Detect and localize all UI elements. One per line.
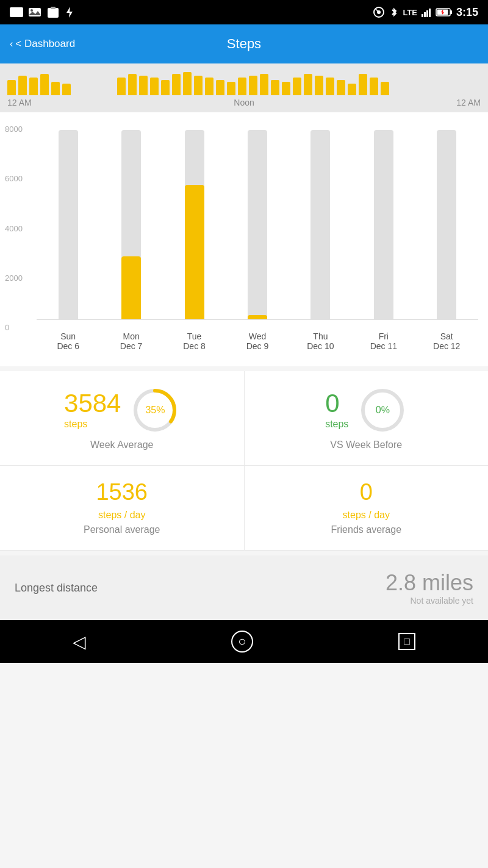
status-bar: LTE 3:15	[0, 0, 488, 24]
bar-group: TueDec 8	[185, 124, 204, 319]
bar-day: Tue	[170, 331, 219, 341]
bar-fill	[121, 256, 141, 319]
svg-rect-12	[429, 9, 431, 17]
vs-week-inner: 0 steps 0%	[325, 386, 407, 435]
timeline-bar	[51, 82, 60, 95]
bar-track	[248, 130, 267, 319]
bar-label: SatDec 12	[422, 331, 471, 351]
page-title: Steps	[227, 36, 261, 52]
back-chevron: ‹	[10, 38, 13, 49]
nav-recent-button[interactable]: □	[398, 633, 415, 650]
bar-fill	[185, 185, 204, 319]
longest-distance-section: Longest distance 2.8 miles Not available…	[0, 555, 488, 620]
bar-day: Sun	[44, 331, 93, 341]
bar-label: TueDec 8	[170, 331, 219, 351]
timeline-bar	[216, 80, 224, 95]
bar-date: Dec 9	[233, 341, 282, 351]
vs-week-circle: 0%	[358, 386, 407, 435]
longest-distance-value: 2.8 miles	[386, 570, 473, 596]
vs-week-label: VS Week Before	[330, 439, 402, 450]
status-right-icons: LTE 3:15	[372, 6, 478, 19]
timeline-bar	[128, 74, 137, 95]
timeline-labels: 12 AM Noon 12 AM	[0, 98, 488, 107]
bar-group: FriDec 11	[374, 124, 393, 319]
bar-date: Dec 8	[170, 341, 219, 351]
wifi-circle-icon	[372, 7, 386, 18]
timeline-bar	[117, 78, 126, 95]
timeline-bar	[7, 80, 16, 95]
bar-date: Dec 10	[296, 341, 345, 351]
friends-average-cell: 0 steps / day Friends average	[245, 466, 489, 550]
svg-rect-10	[424, 12, 426, 17]
bar-track	[374, 130, 393, 319]
timeline-bar	[194, 76, 203, 95]
nav-home-button[interactable]: ○	[231, 631, 253, 653]
back-button[interactable]: ‹ < Dashboard	[10, 38, 75, 50]
bar-day: Sat	[422, 331, 471, 341]
timeline-label-right: 12 AM	[456, 98, 481, 107]
bar-day: Wed	[233, 331, 282, 341]
personal-average-unit: steps / day	[98, 510, 145, 521]
week-average-cell: 3584 steps 35% Week Average	[0, 371, 245, 465]
bar-track	[121, 130, 141, 319]
timeline-bar	[315, 76, 323, 95]
timeline-label-left: 12 AM	[7, 98, 32, 107]
svg-rect-11	[426, 10, 428, 17]
bar-day: Thu	[296, 331, 345, 341]
svg-rect-4	[51, 7, 56, 9]
bar-track	[310, 130, 330, 319]
y-axis-label: 6000	[5, 174, 23, 183]
week-average-circle: 35%	[131, 386, 179, 435]
image-icon	[28, 7, 41, 18]
timeline-bar	[139, 76, 148, 95]
timeline-bar	[304, 74, 312, 95]
timeline-bar	[293, 78, 301, 95]
svg-point-2	[30, 9, 33, 12]
vs-week-percent: 0%	[376, 405, 390, 416]
bolt-icon	[65, 7, 74, 18]
timeline-bar	[381, 82, 389, 95]
bar-group: WedDec 9	[248, 124, 267, 319]
timeline-bar	[40, 74, 49, 95]
longest-distance-label: Longest distance	[15, 582, 98, 595]
timeline-bar	[161, 80, 170, 95]
timeline-bar	[348, 84, 356, 95]
y-axis-label: 0	[5, 323, 23, 332]
y-axis-label: 2000	[5, 273, 23, 283]
bar-track	[59, 130, 78, 319]
timeline-bar	[337, 80, 345, 95]
timeline-bar	[183, 72, 192, 95]
bar-label: ThuDec 10	[296, 331, 345, 351]
timeline-bar	[326, 78, 334, 95]
timeline-bar	[359, 74, 367, 95]
steps-day-row: 1536 steps / day Personal average 0 step…	[0, 466, 488, 551]
timeline-bar	[205, 78, 214, 95]
week-average-value-group: 3584 steps	[64, 391, 121, 430]
clock: 3:15	[456, 6, 478, 19]
friends-average-value: 0	[360, 480, 373, 504]
week-average-value: 3584	[64, 391, 121, 416]
friends-average-label: Friends average	[331, 524, 401, 535]
week-average-percent: 35%	[145, 405, 165, 416]
bar-fill	[248, 315, 267, 319]
timeline-bar	[62, 84, 71, 95]
bar-group: SatDec 12	[437, 124, 456, 319]
timeline-bar	[227, 82, 235, 95]
timeline-bar	[150, 78, 159, 95]
clipboard-icon	[46, 7, 60, 18]
vs-week-value: 0	[325, 391, 348, 416]
bar-label: MonDec 7	[107, 331, 156, 351]
timeline-bars	[0, 63, 488, 95]
week-average-inner: 3584 steps 35%	[64, 386, 179, 435]
screenshot-icon	[10, 7, 23, 17]
back-label[interactable]: < Dashboard	[15, 38, 75, 50]
svg-rect-14	[450, 10, 452, 14]
friends-average-unit: steps / day	[343, 510, 390, 521]
timeline-bar	[172, 74, 181, 95]
timeline-section: 12 AM Noon 12 AM	[0, 63, 488, 112]
personal-average-cell: 1536 steps / day Personal average	[0, 466, 245, 550]
bar-track	[437, 130, 456, 319]
vs-week-value-group: 0 steps	[325, 391, 348, 430]
week-chart-section: 02000400060008000 02000400060008000 SunD…	[0, 112, 488, 366]
nav-back-button[interactable]: ◁	[73, 632, 86, 652]
